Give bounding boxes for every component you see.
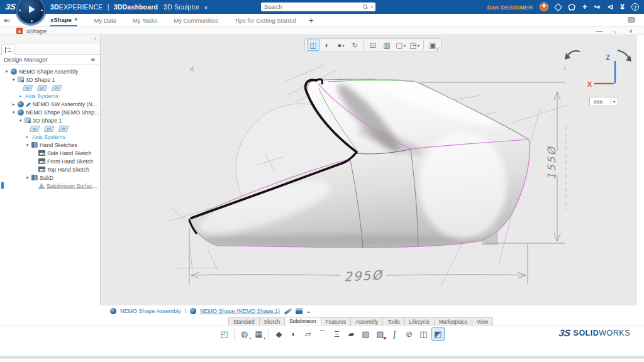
ribbon-tab-marketplace[interactable]: Marketplace: [434, 317, 472, 326]
tree-item-side-hand-sketch[interactable]: Side Hand Sketch: [0, 149, 100, 157]
refresh-view-icon[interactable]: ↻: [348, 40, 361, 51]
panel-toggle-icon[interactable]: ≡›: [4, 16, 10, 24]
tree-item-reference-planes[interactable]: xyyzzx: [0, 84, 100, 92]
alerts-icon[interactable]: [568, 4, 575, 11]
bend-surface-icon[interactable]: ◗: [287, 327, 300, 341]
tab-my-communities[interactable]: My Communities: [174, 14, 218, 26]
tree-item-axis-systems[interactable]: ▸Axis Systems: [0, 92, 100, 100]
subdivision-display-icon[interactable]: ◫: [307, 40, 319, 51]
mirror-surface-icon[interactable]: ◫: [417, 327, 430, 341]
network-icon[interactable]: ⊲: [607, 3, 613, 11]
bridge-tool-icon[interactable]: Ξ: [330, 327, 343, 341]
swym-icon[interactable]: ¥: [620, 3, 625, 11]
expander-icon[interactable]: ▸: [18, 94, 23, 99]
help-icon[interactable]: ?: [631, 3, 639, 11]
flex-tool-icon[interactable]: ⌒: [316, 327, 329, 341]
search-input[interactable]: [261, 4, 362, 10]
model-stats-icon[interactable]: ▥: [380, 40, 393, 51]
add-icon[interactable]: +: [582, 3, 587, 11]
ribbon-tabs: StandardSketchSubdivisionFeaturesAssembl…: [0, 317, 644, 326]
search-icon[interactable]: [362, 4, 369, 10]
ribbon-tab-view[interactable]: View: [472, 317, 493, 326]
3d-viewport[interactable]: 295Ø 155Ø Z X ☝ ◫◐●▾↻⊡▥▢▾◳▾▣✓ ‹ mm ▾: [101, 35, 636, 305]
pull-tool-icon[interactable]: ◆: [272, 327, 286, 341]
tab-my-tasks[interactable]: My Tasks: [133, 14, 157, 26]
user-name[interactable]: Dan DESIGNER: [487, 4, 533, 11]
tab-tips-for-getting-started[interactable]: Tips for Getting Started: [235, 14, 296, 26]
split-disc-icon[interactable]: ⊘: [402, 327, 416, 341]
plane-icon-yz[interactable]: yz: [37, 85, 47, 91]
expander-icon[interactable]: ▾: [4, 69, 9, 74]
tree-item-nemo-shape-nemo-shape-1[interactable]: ▾NEMO Shape (NEMO Shape.1): [0, 108, 100, 116]
tree-item-nemo-shape-assembly[interactable]: ▾NEMO Shape Assembly: [0, 67, 100, 75]
panel-menu-icon[interactable]: ≡: [91, 55, 95, 63]
expander-icon[interactable]: ▾: [25, 143, 30, 148]
tree-item-top-hand-sketch[interactable]: Top Hand Sketch: [0, 165, 100, 173]
view-cube-icon[interactable]: ◳▾: [408, 40, 421, 51]
expander-icon[interactable]: ▸: [11, 102, 16, 107]
edit-shape-icon[interactable]: [284, 307, 292, 315]
plane-icon-zx[interactable]: zx: [58, 126, 69, 132]
ribbon-tab-features[interactable]: Features: [321, 317, 352, 326]
grid-primitive-icon[interactable]: ▦▾: [252, 327, 265, 341]
expander-icon[interactable]: ▸: [25, 134, 30, 140]
ribbon-tab-subdivision[interactable]: Subdivision: [284, 317, 321, 326]
tab-xshape[interactable]: xShape∨: [50, 14, 77, 26]
ribbon-tab-standard[interactable]: Standard: [228, 317, 260, 326]
expand-breadcrumb-icon[interactable]: ▴: [308, 309, 309, 314]
feedback-chat-icon[interactable]: [628, 17, 635, 23]
sphere-primitive-icon[interactable]: ◍▾: [238, 327, 251, 341]
tree-item-axis-systems[interactable]: ▸Axis Systems: [0, 133, 100, 141]
plane-icon-zx[interactable]: zx: [52, 85, 62, 91]
expander-icon[interactable]: ▾: [11, 110, 16, 115]
subd-cage-icon[interactable]: ◩: [431, 327, 445, 341]
tree-item-nemo-sw-assembly-nemo-s[interactable]: ▸NEMO SW Assembly (NEMO S...: [0, 100, 100, 108]
screen-capture-icon[interactable]: ⊡: [367, 40, 379, 51]
units-dropdown[interactable]: mm ▾: [589, 97, 618, 106]
frame-surface-icon[interactable]: ▱: [301, 327, 314, 341]
plane-icon-yz[interactable]: yz: [44, 126, 54, 132]
ribbon-tab-lifecycle[interactable]: Lifecycle: [404, 317, 435, 326]
render-style-icon[interactable]: ●▾: [335, 40, 347, 51]
add-tab-button[interactable]: +: [309, 14, 314, 26]
plane-icon-xy[interactable]: xy: [23, 85, 33, 91]
tree-view-tab[interactable]: [1, 45, 15, 55]
expander-icon[interactable]: ▾: [18, 118, 23, 123]
ribbon-tab-sketch[interactable]: Sketch: [259, 317, 285, 326]
resize-window-icon[interactable]: ↔: [611, 26, 621, 36]
tree-item-front-hand-sketch[interactable]: Front Hand Sketch: [0, 157, 100, 165]
shape-mode-icon[interactable]: [296, 308, 303, 314]
selection-filter-icon[interactable]: ▢▾: [394, 40, 407, 51]
thicken-tool-icon[interactable]: ▧: [359, 327, 372, 341]
expander-icon[interactable]: ▾: [25, 175, 30, 180]
shape-icon: [25, 118, 31, 123]
tab-my-data[interactable]: My Data: [94, 14, 116, 26]
delete-face-icon[interactable]: ▨: [374, 327, 387, 341]
tree-item-3d-shape-1[interactable]: ▾3D Shape 1: [0, 75, 100, 84]
curve-tool-icon[interactable]: ∫: [388, 327, 401, 341]
tree-item-3d-shape-1[interactable]: ▾3D Shape 1: [0, 116, 100, 124]
tree-item-reference-planes[interactable]: xyyzzx: [0, 124, 100, 133]
tree-item-hand-sketches[interactable]: ▾Hand Sketches: [0, 141, 100, 149]
fill-surface-icon[interactable]: ▰: [345, 327, 358, 341]
viewport-collapse-icon[interactable]: ‹: [564, 65, 565, 72]
box-primitive-icon[interactable]: ◰: [218, 327, 231, 341]
tag-icon[interactable]: [554, 3, 562, 11]
plane-icon-xy[interactable]: xy: [30, 126, 40, 132]
breadcrumb-current[interactable]: NEMO Shape (NEMO Shape.1): [200, 308, 280, 314]
tree-item-subd[interactable]: ▾SubD: [0, 173, 100, 182]
tree-item-subdivision-surface-1[interactable]: Subdivision Surface.1: [0, 182, 100, 190]
minimize-button[interactable]: —: [596, 27, 602, 35]
share-icon[interactable]: ↪: [594, 3, 600, 11]
collapse-window-icon[interactable]: ∨: [629, 28, 633, 34]
search-scope-caret-icon[interactable]: ∨: [370, 4, 374, 9]
ribbon-tab-tools[interactable]: Tools: [382, 317, 404, 326]
expander-icon[interactable]: ▾: [11, 77, 16, 82]
chevron-down-icon[interactable]: ∨: [204, 5, 208, 11]
shaded-view-icon[interactable]: ◐: [321, 40, 333, 51]
panel-collapse-icon[interactable]: ‹: [94, 35, 96, 41]
breadcrumb-root[interactable]: NEMO Shape Assembly: [120, 308, 181, 314]
avatar[interactable]: [540, 3, 548, 11]
ribbon-tab-assembly[interactable]: Assembly: [350, 317, 383, 326]
validate-icon[interactable]: ▣✓: [426, 40, 439, 51]
